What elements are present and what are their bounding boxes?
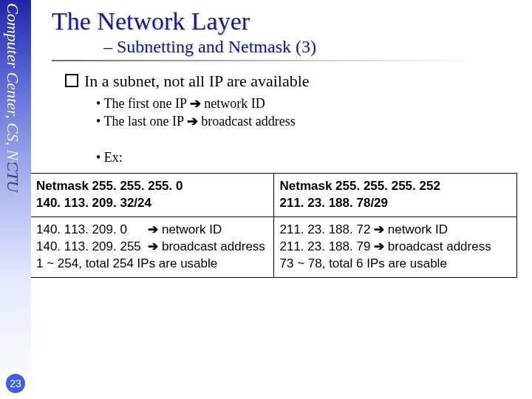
side-label-mask: Computer Center, CS, NCTU: [0, 0, 31, 163]
table-cell: Netmask 255. 255. 255. 0140. 113. 209. 3…: [30, 174, 274, 217]
table-row: Netmask 255. 255. 255. 0140. 113. 209. 3…: [30, 174, 517, 217]
table-row: 140. 113. 209. 0 ➔ network ID140. 113. 2…: [30, 216, 517, 277]
slide-subtitle: – Subnetting and Netmask (3): [103, 37, 525, 57]
side-label-overlay: Computer Center, CS, NCTU: [3, 3, 22, 163]
table-cell: 211. 23. 188. 72 ➔ network ID211. 23. 18…: [273, 216, 517, 277]
slide: Computer Center, CS, NCTU Computer Cente…: [0, 0, 532, 399]
content-area: The Network Layer – Subnetting and Netma…: [44, 7, 525, 278]
slide-title: The Network Layer: [52, 7, 525, 35]
page-number: 23: [6, 374, 25, 393]
sub-bullet: The last one IP ➔ broadcast address: [96, 113, 525, 129]
main-bullet: In a subnet, not all IP are available: [65, 72, 525, 91]
square-bullet-icon: [65, 74, 78, 87]
example-label: Ex:: [96, 150, 525, 166]
main-bullet-text: In a subnet, not all IP are available: [84, 72, 310, 90]
title-divider: [52, 60, 480, 61]
page-number-container: 23: [0, 374, 31, 393]
table-cell: Netmask 255. 255. 255. 252211. 23. 188. …: [273, 174, 517, 217]
sub-bullet: The first one IP ➔ network ID: [96, 95, 525, 112]
sub-bullet-list: The first one IP ➔ network ID The last o…: [96, 95, 525, 129]
subnet-table: Netmask 255. 255. 255. 0140. 113. 209. 3…: [30, 173, 517, 278]
table-cell: 140. 113. 209. 0 ➔ network ID140. 113. 2…: [30, 216, 274, 277]
